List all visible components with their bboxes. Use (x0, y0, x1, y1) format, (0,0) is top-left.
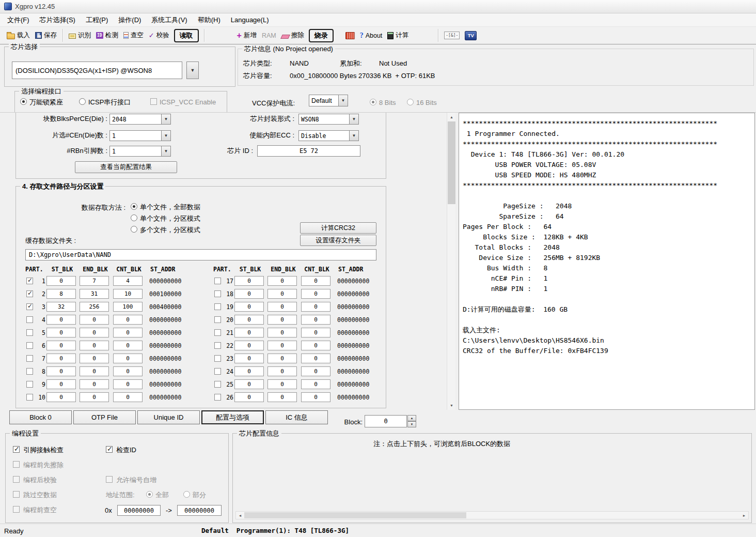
menu-item[interactable]: 工程(P) (81, 13, 113, 26)
st-blk-field[interactable]: 8 (46, 289, 76, 299)
st-blk-field[interactable]: 0 (46, 341, 76, 350)
tab-ic-info[interactable]: IC 信息 (265, 410, 328, 424)
cnt-blk-field[interactable]: 10 (113, 289, 143, 299)
st-blk-field[interactable]: 0 (234, 328, 264, 337)
logic-test-button[interactable] (442, 30, 462, 41)
cnt-blk-field[interactable]: 0 (301, 341, 330, 350)
load-button[interactable]: 载入 (4, 29, 33, 41)
pin-check-checkbox[interactable] (13, 446, 20, 453)
view-config-button[interactable]: 查看当前配置结果 (75, 161, 177, 173)
st-blk-field[interactable]: 0 (234, 302, 264, 312)
partition-enable-checkbox[interactable] (26, 329, 33, 336)
menu-item[interactable]: 帮助(H) (193, 13, 226, 26)
chip-select-dropdown-button[interactable] (186, 62, 199, 79)
scrollbar-thumb[interactable] (244, 512, 466, 518)
end-blk-field[interactable]: 0 (80, 354, 109, 363)
cnt-blk-field[interactable]: 0 (301, 328, 330, 337)
end-blk-field[interactable]: 0 (80, 315, 109, 325)
spin-up-button[interactable]: ▲ (407, 415, 416, 421)
program-button[interactable]: 烧录 (309, 29, 334, 42)
scrollbar-thumb[interactable] (448, 121, 455, 204)
st-blk-field[interactable]: 0 (46, 328, 76, 337)
partition-enable-checkbox[interactable] (214, 316, 221, 323)
end-blk-field[interactable]: 0 (267, 289, 297, 299)
method-single-all-radio[interactable] (131, 203, 137, 210)
block-number-field[interactable]: 0 (365, 415, 407, 427)
end-blk-field[interactable]: 0 (80, 392, 109, 402)
cnt-blk-field[interactable]: 4 (113, 276, 143, 286)
tab-unique-id[interactable]: Unique ID (137, 410, 200, 424)
save-button[interactable]: 保存 (33, 29, 59, 41)
end-blk-field[interactable]: 0 (267, 315, 297, 325)
set-cache-folder-button[interactable]: 设置缓存文件夹 (300, 235, 376, 246)
menu-item[interactable]: 系统工具(V) (146, 13, 192, 26)
cnt-blk-field[interactable]: 0 (301, 315, 330, 325)
rb-pins-combo[interactable]: 1 (109, 146, 171, 157)
cnt-blk-field[interactable]: 0 (113, 379, 143, 389)
spin-down-button[interactable]: ▼ (407, 421, 416, 427)
st-blk-field[interactable]: 0 (46, 276, 76, 286)
erase-button[interactable]: 擦除 (279, 29, 307, 41)
cnt-blk-field[interactable]: 0 (301, 366, 330, 376)
st-blk-field[interactable]: 0 (46, 315, 76, 325)
calc-button[interactable]: 计算 (385, 29, 411, 41)
st-blk-field[interactable]: 0 (46, 366, 76, 376)
add-button[interactable]: + 新增 (234, 29, 259, 41)
partition-enable-checkbox[interactable] (214, 329, 221, 336)
st-blk-field[interactable]: 0 (46, 354, 76, 363)
dropdown-arrow-icon[interactable] (339, 95, 348, 106)
chip-id-field[interactable]: E5 72 (257, 145, 360, 157)
end-blk-field[interactable]: 0 (80, 366, 109, 376)
st-blk-field[interactable]: 32 (46, 302, 76, 312)
end-blk-field[interactable]: 0 (80, 379, 109, 389)
st-blk-field[interactable]: 0 (234, 379, 264, 389)
partition-enable-checkbox[interactable] (214, 303, 221, 310)
st-blk-field[interactable]: 0 (46, 392, 76, 402)
dropdown-arrow-icon[interactable] (350, 114, 359, 125)
dropdown-arrow-icon[interactable] (350, 130, 359, 141)
read-button[interactable]: 读取 (174, 29, 199, 42)
menu-item[interactable]: 芯片选择(S) (35, 13, 81, 26)
vcc-current-combo[interactable]: Default (309, 95, 348, 106)
end-blk-field[interactable]: 31 (80, 289, 109, 299)
cnt-blk-field[interactable]: 0 (113, 392, 143, 402)
st-blk-field[interactable]: 0 (234, 315, 264, 325)
dropdown-arrow-icon[interactable] (162, 130, 171, 141)
tab-block0[interactable]: Block 0 (9, 410, 72, 424)
socket-interface-radio[interactable] (20, 98, 27, 105)
menu-item[interactable]: Language(L) (226, 13, 274, 26)
st-blk-field[interactable]: 0 (234, 276, 264, 286)
end-blk-field[interactable]: 0 (267, 366, 297, 376)
partition-enable-checkbox[interactable] (214, 342, 221, 349)
tv-button[interactable]: TV (462, 29, 479, 42)
end-blk-field[interactable]: 0 (267, 354, 297, 363)
partition-enable-checkbox[interactable] (214, 381, 221, 388)
horizontal-scrollbar[interactable]: ◄ ► (235, 511, 749, 519)
cache-folder-path-field[interactable]: D:\Xgpro\UserData\NAND (25, 249, 376, 260)
st-blk-field[interactable]: 0 (234, 354, 264, 363)
cnt-blk-field[interactable]: 0 (301, 302, 330, 312)
partition-enable-checkbox[interactable] (214, 278, 221, 284)
method-single-part-radio[interactable] (131, 214, 137, 221)
st-blk-field[interactable]: 0 (234, 366, 264, 376)
end-blk-field[interactable]: 0 (267, 379, 297, 389)
vertical-scrollbar[interactable]: ▲ ▼ (447, 113, 455, 410)
st-blk-field[interactable]: 0 (234, 392, 264, 402)
partition-enable-checkbox[interactable] (214, 368, 221, 375)
partition-enable-checkbox[interactable] (26, 368, 33, 375)
cnt-blk-field[interactable]: 0 (301, 354, 330, 363)
st-blk-field[interactable]: 0 (234, 289, 264, 299)
partition-enable-checkbox[interactable] (26, 303, 33, 310)
end-blk-field[interactable]: 0 (267, 276, 297, 286)
socket-button[interactable] (343, 30, 357, 41)
menu-item[interactable]: 文件(F) (2, 13, 35, 26)
package-combo[interactable]: WSON8 (298, 114, 359, 125)
dropdown-arrow-icon[interactable] (162, 114, 171, 125)
cnt-blk-field[interactable]: 100 (113, 302, 143, 312)
cnt-blk-field[interactable]: 0 (301, 379, 330, 389)
ecc-combo[interactable]: Disable (298, 130, 359, 141)
cnt-blk-field[interactable]: 0 (113, 341, 143, 350)
check-button[interactable]: ID 检测 (93, 29, 121, 41)
partition-enable-checkbox[interactable] (214, 394, 221, 401)
scroll-down-arrow[interactable]: ▼ (447, 401, 455, 410)
